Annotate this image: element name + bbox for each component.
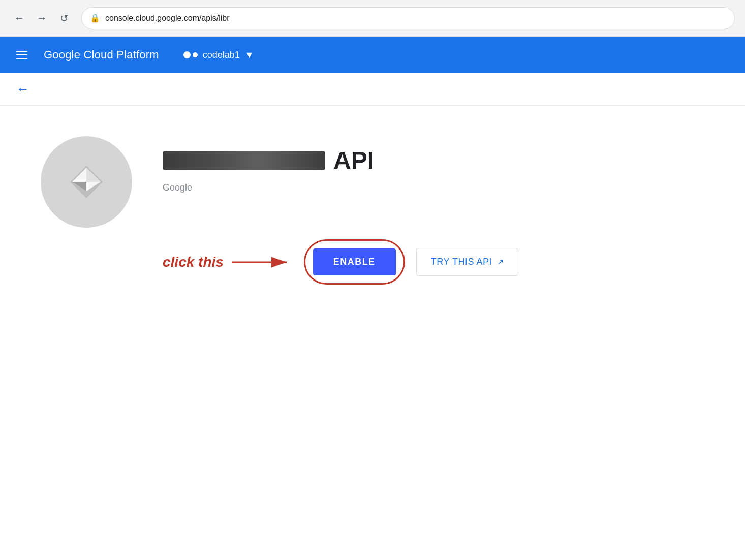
back-nav: ← xyxy=(0,73,745,106)
api-name-redacted xyxy=(163,151,325,170)
hamburger-menu-button[interactable] xyxy=(12,47,32,63)
back-nav-button[interactable]: ← xyxy=(12,79,34,99)
back-button[interactable]: ← xyxy=(10,9,28,27)
url-text: console.cloud.google.com/apis/libr xyxy=(105,14,230,23)
browser-nav-buttons: ← → ↺ xyxy=(10,9,73,27)
api-logo xyxy=(41,136,132,228)
enable-button-wrapper: ENABLE xyxy=(313,248,396,275)
gcp-title: Google Cloud Platform xyxy=(44,48,159,61)
api-info-row: API Google xyxy=(41,136,704,228)
api-provider: Google xyxy=(163,182,374,193)
forward-button[interactable]: → xyxy=(33,9,51,27)
lock-icon: 🔒 xyxy=(90,13,100,23)
try-api-label: TRY THIS API xyxy=(431,257,492,267)
try-api-button[interactable]: TRY THIS API ↗ xyxy=(416,248,519,276)
click-this-label: click this xyxy=(163,254,224,270)
external-link-icon: ↗ xyxy=(497,257,504,267)
project-selector[interactable]: codelab1 ▼ xyxy=(183,50,254,60)
annotation-arrow-icon xyxy=(232,252,293,272)
enable-button[interactable]: ENABLE xyxy=(313,248,396,275)
annotation-area: click this xyxy=(163,252,293,272)
project-name: codelab1 xyxy=(203,50,240,60)
project-dots-icon xyxy=(183,51,198,58)
address-bar[interactable]: 🔒 console.cloud.google.com/apis/libr xyxy=(81,7,735,29)
buttons-row: click this ENABLE TRY THIS API ↗ xyxy=(41,248,704,276)
api-details: API Google xyxy=(163,136,374,193)
gcp-header: Google Cloud Platform codelab1 ▼ xyxy=(0,37,745,73)
chevron-down-icon: ▼ xyxy=(245,50,254,60)
api-suffix: API xyxy=(333,146,374,174)
main-content: API Google click this ENABLE xyxy=(0,106,745,306)
api-title-row: API xyxy=(163,146,374,174)
reload-button[interactable]: ↺ xyxy=(55,9,73,27)
api-logo-diamond-icon xyxy=(66,162,107,202)
browser-bar: ← → ↺ 🔒 console.cloud.google.com/apis/li… xyxy=(0,0,745,37)
